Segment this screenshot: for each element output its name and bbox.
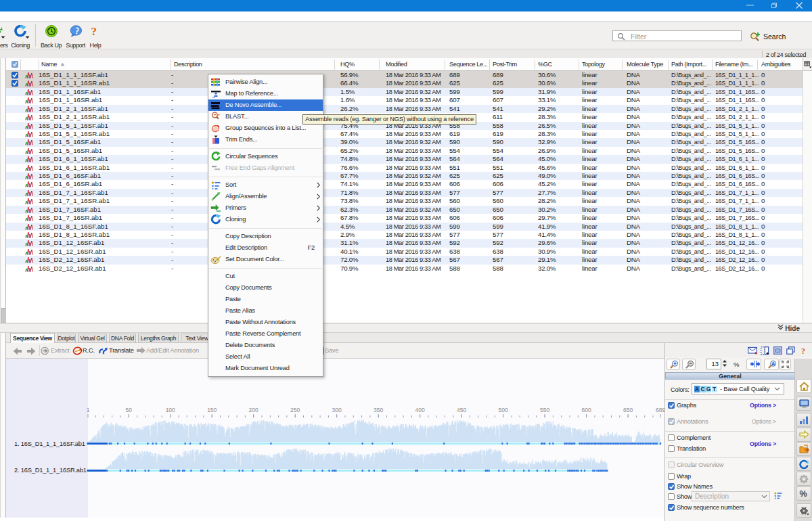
menu-item-de-novo-assemble[interactable]: De Novo Assemble... [208, 99, 323, 111]
column-header-mod[interactable]: Modified [386, 61, 407, 68]
menu-item-map-to-reference[interactable]: Map to Reference... [208, 88, 323, 99]
column-header-amb[interactable]: Ambiguities [761, 61, 790, 68]
column-separator[interactable] [334, 60, 335, 70]
toolbar-button-backup[interactable]: Back Up [37, 23, 65, 49]
menu-item-edit-description[interactable]: Edit DescriptionF2 [208, 242, 323, 254]
menu-item-cut[interactable]: Cut [208, 271, 323, 282]
menu-item-primers[interactable]: Primers [208, 202, 323, 214]
column-separator[interactable] [39, 60, 39, 70]
table-row[interactable]: 16S_D2_12_16SR.ab1-70.9%18 Mar 2016 9:33… [6, 265, 803, 273]
table-row[interactable]: 16S_D1_6_1_16SF.ab1-74.8%18 Mar 2016 9:3… [6, 155, 803, 163]
checkbox-show[interactable] [668, 493, 675, 500]
picture-window-icon[interactable] [773, 346, 782, 355]
menu-item-align-assemble[interactable]: Align/Assemble [208, 191, 323, 202]
row-checkbox-checked[interactable] [12, 80, 18, 87]
column-separator[interactable] [757, 60, 758, 70]
zoom-100-button[interactable]: A [764, 359, 779, 370]
back-arrow-icon[interactable] [13, 347, 22, 355]
column-header-path[interactable]: Path (Import... [671, 61, 706, 68]
zoom-value-input[interactable]: 13 [706, 359, 721, 369]
table-row[interactable]: 16S_D1_8_1_16SF.ab1-4.5%18 Mar 2016 9:33… [6, 223, 803, 231]
menu-item-cloning[interactable]: Cloning [208, 214, 323, 225]
menu-item-set-document-color[interactable]: Set Document Color... [208, 254, 323, 265]
side-tab-gear[interactable] [796, 472, 811, 486]
table-row[interactable]: 16S_D1_1_16SF.ab1-1.5%18 Mar 2016 9:32 A… [6, 88, 803, 96]
column-header-topo[interactable]: Topology [582, 61, 605, 68]
checkbox-show-sequence-numbers[interactable] [668, 504, 675, 511]
column-separator[interactable] [622, 60, 623, 70]
menu-item-paste-alias[interactable]: Paste Alias [208, 305, 323, 317]
table-row[interactable]: 16S_D1_8_1_16SR.ab1-2.9%18 Mar 2016 9:33… [6, 231, 803, 239]
envelope-icon[interactable] [748, 346, 758, 355]
table-row[interactable]: 16S_D1_6_16SF.ab1-67.7%18 Mar 2016 9:32 … [6, 172, 803, 180]
side-tab-annotation-arrow[interactable] [796, 428, 811, 442]
column-header-desc[interactable]: Description [174, 61, 202, 68]
table-row[interactable]: 16S_D1_5_1_16SR.ab1-67.4%18 Mar 2016 9:3… [6, 130, 803, 138]
menu-item-free-end-gaps-alignment[interactable]: Free End Gaps Alignment [208, 162, 323, 174]
close-icon[interactable] [796, 2, 803, 9]
column-header-mol[interactable]: Molecule Type [627, 61, 663, 68]
checkbox-show-names[interactable] [668, 483, 675, 490]
tab-lengths-graph[interactable]: Lengths Graph [138, 334, 179, 342]
column-header-gc[interactable]: %GC [538, 61, 552, 68]
menu-item-trim-ends[interactable]: Trim Ends... [208, 134, 323, 145]
checkbox-wrap[interactable] [668, 473, 675, 480]
side-tab-advanced-gear[interactable] [796, 503, 811, 518]
filter-input[interactable]: Filter [612, 30, 742, 41]
options-link-translation[interactable]: Options > [750, 440, 776, 447]
colors-dropdown[interactable]: ACGT- Base Call Quality [692, 383, 784, 394]
expand-view-button[interactable] [780, 359, 791, 370]
menu-item-paste-without-annotations[interactable]: Paste Without Annotations [208, 317, 323, 328]
table-row[interactable]: 16S_D1_12_16SR.ab1-40.1%18 Mar 2016 9:33… [6, 248, 803, 256]
new-window-icon[interactable] [786, 346, 795, 355]
options-link-graphs[interactable]: Options > [750, 402, 776, 409]
toolbar-button-cloning[interactable]: Cloning [7, 23, 34, 49]
table-row[interactable]: 16S_D1_1_16SR.ab1-1.6%18 Mar 2016 9:33 A… [6, 96, 803, 104]
column-separator[interactable] [379, 60, 380, 70]
menu-item-copy-documents[interactable]: Copy Documents [208, 282, 323, 294]
table-row[interactable]: 16S_D1_7_16SR.ab1-67.8%18 Mar 2016 9:33 … [6, 214, 803, 222]
column-separator[interactable] [445, 60, 445, 70]
help-question-icon[interactable]: ? [801, 346, 807, 355]
side-tab-home[interactable] [796, 379, 811, 393]
sort-mini-icon[interactable] [773, 491, 782, 499]
column-header-file[interactable]: Filename (Im... [715, 61, 752, 68]
restore-icon[interactable] [771, 3, 777, 8]
column-separator[interactable] [20, 60, 21, 70]
zoom-spinner[interactable] [722, 359, 727, 367]
tab-dotplot[interactable]: Dotplot [57, 334, 76, 342]
column-separator[interactable] [579, 60, 579, 70]
select-all-checkbox[interactable] [12, 61, 18, 68]
side-tab-refresh[interactable] [796, 457, 811, 471]
table-row[interactable]: 16S_D1_12_16SF.ab1-31.1%18 Mar 2016 9:33… [6, 239, 803, 247]
zoom-to-selection-button[interactable] [746, 359, 761, 370]
column-chooser-button[interactable] [803, 58, 812, 71]
checkbox-graphs[interactable] [668, 402, 675, 409]
table-row[interactable]: 16S_D1_2_1_16SF.ab1-26.2%18 Mar 2016 9:3… [6, 105, 803, 113]
menu-item-copy-description[interactable]: Copy Description [208, 231, 323, 242]
table-vertical-scrollbar[interactable] [803, 71, 812, 323]
column-separator[interactable] [712, 60, 713, 70]
column-separator[interactable] [535, 60, 535, 70]
sequence-view-canvas[interactable]: 1501001502002503003504004505005506006506… [6, 359, 664, 518]
toolbar-button-help[interactable]: ?Help [82, 23, 109, 49]
table-row[interactable]: 16S_D1_7_1_16SR.ab1-73.8%18 Mar 2016 9:3… [6, 197, 803, 205]
table-row[interactable]: 16S_D1_5_16SF.ab1-39.0%18 Mar 2016 9:32 … [6, 138, 803, 146]
zoom-out-button[interactable] [682, 359, 696, 370]
menu-item-paste-reverse-complement[interactable]: Paste Reverse Complement [208, 328, 323, 340]
side-tab-monitor[interactable] [796, 397, 811, 411]
column-separator[interactable] [668, 60, 669, 70]
tab-virtual-gel[interactable]: Virtual Gel [78, 334, 107, 342]
dock-window-icon[interactable] [761, 346, 769, 355]
checkbox-translation[interactable] [668, 445, 675, 452]
menu-item-paste[interactable]: Paste [208, 294, 323, 305]
side-tab-percent[interactable]: % [796, 486, 811, 501]
table-row[interactable]: 16S_D1_6_1_16SR.ab1-76.6%18 Mar 2016 9:3… [6, 164, 803, 172]
column-separator[interactable] [171, 60, 171, 70]
column-header-hq[interactable]: HQ% [340, 61, 355, 68]
hide-panel-button[interactable]: Hide [777, 324, 800, 332]
column-header-post[interactable]: Post-Trim [493, 61, 517, 68]
zoom-in-button[interactable] [667, 359, 680, 370]
table-row[interactable]: 16S_D1_5_16SR.ab1-65.2%18 Mar 2016 9:33 … [6, 147, 803, 155]
minimize-icon[interactable] [746, 5, 754, 5]
